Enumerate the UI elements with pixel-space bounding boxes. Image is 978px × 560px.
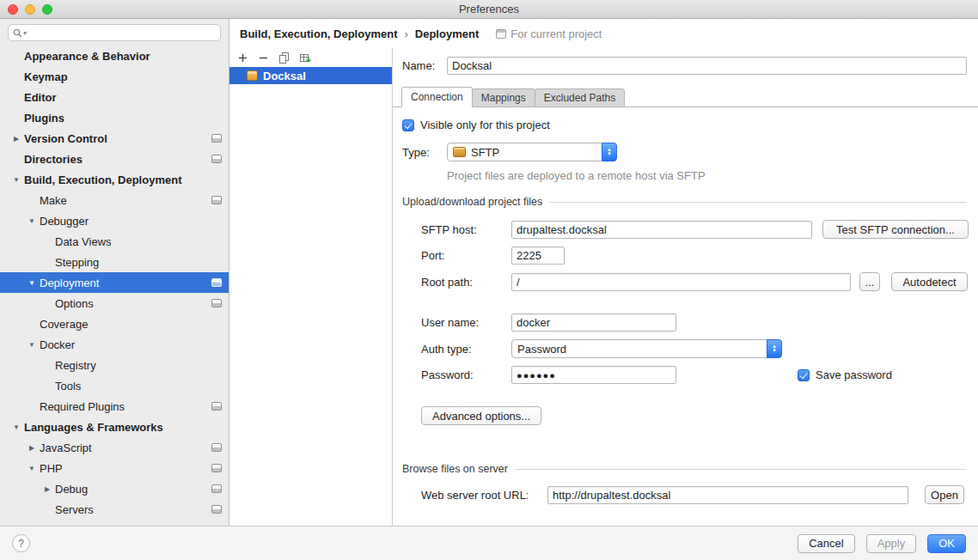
test-sftp-connection-button[interactable]: Test SFTP connection... — [822, 220, 969, 239]
zoom-window-button[interactable] — [42, 4, 52, 15]
chevron-down-icon[interactable]: ▼ — [24, 465, 40, 472]
browse-section-label: Browse files on server — [402, 463, 508, 475]
browse-root-path-button[interactable]: ... — [859, 272, 880, 291]
sidebar-item-label: Appearance & Behavior — [24, 50, 150, 63]
sidebar-item-make[interactable]: Make — [0, 190, 229, 210]
apply-button[interactable]: Apply — [866, 534, 917, 553]
sidebar-item-coverage[interactable]: Coverage — [0, 313, 229, 334]
chevron-down-icon[interactable]: ▼ — [24, 279, 40, 287]
remove-server-button[interactable] — [258, 52, 269, 64]
sidebar-item-build-execution-deployment[interactable]: ▼Build, Execution, Deployment — [0, 169, 229, 190]
sidebar-item-label: Tools — [55, 380, 81, 393]
sidebar-item-appearance-and-behavior[interactable]: Appearance & Behavior — [0, 46, 229, 66]
chevron-down-icon[interactable]: ▼ — [9, 176, 24, 184]
sidebar-item-data-views[interactable]: Data Views — [0, 231, 229, 252]
search-input[interactable] — [30, 27, 216, 39]
chevron-down-icon[interactable]: ▼ — [24, 341, 40, 349]
web-root-input[interactable] — [547, 486, 908, 504]
chevron-down-icon[interactable]: ▼ — [24, 217, 40, 225]
sidebar-item-editor[interactable]: Editor — [0, 87, 229, 107]
copy-server-button[interactable] — [278, 52, 290, 64]
server-list: Docksal — [229, 67, 392, 526]
sidebar-item-deployment[interactable]: ▼Deployment — [0, 272, 229, 293]
name-input[interactable] — [447, 57, 967, 75]
connection-tab-content: Visible only for this project Type: SFTP… — [402, 107, 967, 526]
combo-stepper-icon: ▲▼ — [767, 339, 782, 358]
name-label: Name: — [402, 59, 447, 72]
sidebar-item-label: Data Views — [55, 235, 112, 248]
sidebar-item-options[interactable]: Options — [0, 293, 229, 313]
sidebar-item-required-plugins[interactable]: Required Plugins — [0, 396, 229, 417]
tab-mappings[interactable]: Mappings — [472, 88, 535, 107]
open-url-button[interactable]: Open — [925, 485, 964, 504]
ok-button[interactable]: OK — [927, 534, 966, 553]
chevron-down-icon[interactable]: ▼ — [9, 423, 24, 431]
user-name-input[interactable] — [511, 313, 676, 332]
password-input[interactable] — [511, 366, 676, 384]
type-select[interactable]: SFTP ▲▼ — [447, 143, 617, 161]
sidebar-item-php[interactable]: ▼PHP — [0, 458, 229, 478]
sidebar-item-debug[interactable]: ▶Debug — [0, 478, 229, 499]
project-context-icon — [496, 29, 506, 39]
help-button[interactable]: ? — [12, 534, 30, 552]
sidebar-item-plugins[interactable]: Plugins — [0, 107, 229, 128]
sidebar-item-keymap[interactable]: Keymap — [0, 66, 229, 87]
project-level-icon — [211, 278, 222, 287]
server-list-item-docksal[interactable]: Docksal — [229, 67, 392, 84]
autodetect-button[interactable]: Autodetect — [891, 272, 968, 291]
save-password-checkbox[interactable] — [798, 369, 810, 381]
sidebar-item-servers[interactable]: Servers — [0, 499, 229, 520]
chevron-right-icon[interactable]: ▶ — [40, 485, 55, 493]
tab-excluded-paths[interactable]: Excluded Paths — [535, 88, 625, 107]
root-path-input[interactable] — [511, 273, 851, 291]
settings-search-field[interactable]: ▾ — [8, 24, 221, 41]
sidebar-item-debugger[interactable]: ▼Debugger — [0, 210, 229, 231]
sidebar-item-label: Version Control — [24, 132, 107, 145]
project-level-icon — [211, 443, 222, 452]
auth-type-select[interactable]: Password ▲▼ — [511, 339, 782, 358]
remove-icon — [258, 52, 269, 64]
tab-connection[interactable]: Connection — [401, 87, 473, 107]
sidebar-item-languages-and-frameworks[interactable]: ▼Languages & Frameworks — [0, 417, 229, 437]
save-password-label: Save password — [816, 368, 892, 381]
sidebar-item-javascript[interactable]: ▶JavaScript — [0, 437, 229, 458]
project-level-icon — [211, 402, 222, 411]
port-input[interactable] — [511, 247, 565, 265]
browse-section-header: Browse files on server — [402, 463, 967, 475]
sidebar-item-registry[interactable]: Registry — [0, 355, 229, 375]
sidebar-item-directories[interactable]: Directories — [0, 149, 229, 169]
titlebar: Preferences — [0, 0, 978, 19]
server-icon — [247, 70, 258, 81]
project-level-icon — [211, 464, 222, 472]
sidebar-item-label: PHP — [40, 462, 63, 475]
sidebar-item-stepping[interactable]: Stepping — [0, 252, 229, 272]
close-window-button[interactable] — [8, 4, 18, 15]
visible-project-row: Visible only for this project — [402, 119, 967, 131]
combo-stepper-icon: ▲▼ — [602, 143, 617, 161]
visible-only-checkbox[interactable] — [402, 119, 414, 131]
sftp-protocol-icon — [453, 147, 466, 157]
sidebar-item-version-control[interactable]: ▶Version Control — [0, 128, 229, 149]
add-server-button[interactable] — [237, 52, 248, 64]
sidebar-item-docker[interactable]: ▼Docker — [0, 334, 229, 355]
port-label: Port: — [421, 249, 511, 262]
form-tabs: Connection Mappings Excluded Paths — [393, 87, 978, 107]
name-row: Name: — [402, 57, 967, 75]
chevron-down-icon: ▾ — [23, 29, 27, 37]
breadcrumb: Build, Execution, Deployment › Deploymen… — [229, 19, 978, 48]
advanced-options-button[interactable]: Advanced options... — [421, 406, 541, 425]
auth-type-row: Auth type: Password ▲▼ — [421, 339, 967, 358]
content-row: Docksal Name: Connection Mappings Exclud… — [229, 48, 978, 526]
user-name-label: User name: — [421, 316, 511, 329]
server-list-panel: Docksal — [229, 48, 393, 526]
sidebar-item-label: Editor — [24, 91, 57, 104]
sidebar-item-tools[interactable]: Tools — [0, 375, 229, 396]
import-servers-button[interactable] — [299, 52, 312, 64]
chevron-right-icon[interactable]: ▶ — [24, 444, 40, 452]
sftp-host-input[interactable] — [511, 221, 812, 239]
breadcrumb-separator: › — [404, 27, 407, 40]
cancel-button[interactable]: Cancel — [798, 534, 854, 553]
minimize-window-button[interactable] — [25, 4, 35, 15]
chevron-right-icon[interactable]: ▶ — [9, 135, 24, 143]
breadcrumb-root[interactable]: Build, Execution, Deployment — [240, 27, 397, 40]
